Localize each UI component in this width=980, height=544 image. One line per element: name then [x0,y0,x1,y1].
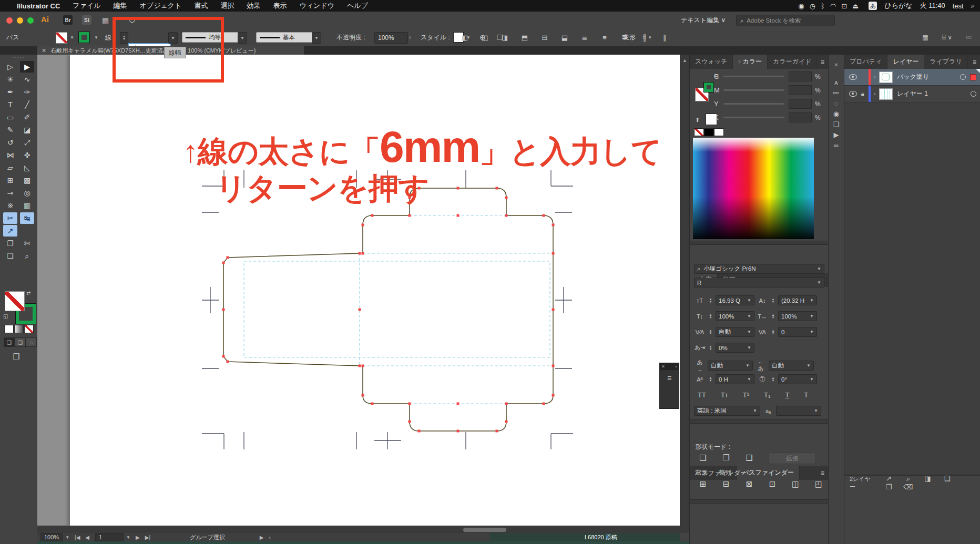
vertical-scale-field[interactable]: 100%▼ [716,311,754,321]
stock-launcher-icon[interactable]: St [82,15,91,25]
layer-row-layer1[interactable]: 🔒︎ › レイヤー 1 [844,86,980,102]
screen-mode-button[interactable]: ❐ [13,352,19,362]
char-rotation-field[interactable]: 0°▼ [778,374,817,384]
gradient-tool[interactable]: ▩ [20,175,34,186]
locate-object-icon[interactable]: ⌕ [901,475,915,483]
plugin-tool-3[interactable]: ↗ [3,225,17,237]
fill-swatch[interactable] [56,32,67,44]
first-artboard-icon[interactable]: |◀ [75,535,80,540]
color-stroke-proxy[interactable] [704,83,713,92]
draw-normal-button[interactable]: ❏ [4,337,15,347]
fill-chevron-icon[interactable]: ▼ [70,32,74,43]
color-mode-button[interactable] [4,325,14,333]
pencil-tool[interactable]: ✎ [3,124,17,136]
zoom-chevron-icon[interactable]: ▼ [65,535,69,540]
brush-definition-dropdown[interactable]: 基本 [256,32,315,43]
collapsed-floating-panel[interactable]: ✕ » ≡ [659,363,679,409]
tab-swatches[interactable]: スウォッチ [690,55,733,69]
menu-type[interactable]: 書式 [194,1,208,11]
ime-label[interactable]: ひらがな [884,1,912,11]
subscript-button[interactable]: T₁ [764,391,770,399]
tab-color[interactable]: ⬨カラー [733,55,768,69]
airplay-icon[interactable]: ⊡ [841,2,847,10]
mesh-tool[interactable]: ⊞ [3,175,17,186]
make-mask-icon[interactable]: ◨ [921,475,935,483]
zoom-level-field[interactable]: 100% [40,533,63,541]
color-panel-menu-icon[interactable]: ≡ [821,58,824,66]
crop-icon[interactable]: ⊡ [767,479,778,489]
opacity-more-icon[interactable]: › [409,32,411,43]
bluetooth-icon[interactable]: ᛒ [821,2,825,10]
target-circle-icon[interactable] [960,74,966,80]
menu-lines-icon[interactable]: ≡ [660,374,679,382]
type-tool[interactable]: T [3,99,17,110]
paintbrush-tool[interactable]: ✐ [20,111,34,123]
trim-icon[interactable]: ⊟ [721,479,731,489]
plugin-tool-1[interactable]: ✂ [3,212,17,224]
expand-chevron-icon[interactable]: › [871,74,879,80]
layer-thumbnail[interactable] [879,71,893,83]
layout-icon[interactable]: ▦ [102,16,109,25]
k-slider[interactable] [723,117,784,118]
puppet-warp-tool[interactable]: ✜ [20,149,34,161]
artboards-panel-icon[interactable]: ❑ [831,119,842,129]
black-swatch[interactable] [704,128,714,136]
stroke-chevron-icon[interactable]: ▼ [94,32,98,43]
selection-indicator[interactable] [970,74,976,80]
visibility-eye-icon[interactable] [849,74,857,80]
intersect-icon[interactable]: ❑ [744,453,754,463]
distribute-top-icon[interactable]: ≣ [580,33,589,42]
new-sublayer-icon[interactable]: ❏ [940,475,954,483]
new-layer-icon[interactable]: ❐ [882,483,896,491]
direct-selection-tool[interactable]: ▶ [20,61,34,73]
layer-thumbnail[interactable] [879,88,893,100]
align-left-icon[interactable]: ◧ [460,33,469,42]
out-of-gamut-icon[interactable]: ⬆ [695,117,700,124]
prev-artboard-icon[interactable]: ◀ [85,535,89,540]
canvas-area[interactable]: ↑線の太さに「6mm」と入力して リターンを押す ✕ » ≡ [37,55,680,526]
last-artboard-icon[interactable]: ▶| [145,535,150,540]
tracking-field[interactable]: 0▼ [778,327,817,337]
font-size-field[interactable]: 16.93 Q▼ [716,295,754,305]
collect-for-export-icon[interactable]: ↗ [882,475,896,483]
gradient-mode-button[interactable] [14,325,24,333]
alternates-field[interactable]: ▼ [776,406,821,416]
white-swatch[interactable] [714,128,724,136]
expand-panels-icon[interactable]: « [831,59,842,69]
layer-name[interactable]: バック塗り [897,73,929,81]
workspace-switcher[interactable]: テキスト編集 ∨ [681,16,726,25]
actions-panel-icon[interactable]: ▶ [831,129,842,140]
tab-close-icon[interactable]: ✕ [42,47,46,54]
m-value-field[interactable] [789,85,812,95]
time-machine-icon[interactable]: ◷ [810,2,815,10]
adobe-stock-search[interactable]: ⌕ Adobe Stock を検索 [736,15,835,26]
all-caps-button[interactable]: TT [698,391,706,399]
y-slider[interactable] [723,103,784,105]
close-button[interactable] [6,17,13,24]
align-vcenter-icon[interactable]: ⊟ [540,33,549,42]
character-styles-panel-icon[interactable]: ᴀ [831,77,842,87]
artboard-tool[interactable]: ❐ [3,238,17,249]
divide-icon[interactable]: ⊞ [698,479,708,489]
zoom-tool[interactable]: ⌕ [20,250,34,262]
pen-tool[interactable]: ✒ [3,86,17,98]
spotlight-icon[interactable]: ⌕ [971,2,975,10]
superscript-button[interactable]: T¹ [743,391,749,399]
align-top-icon[interactable]: ⬒ [520,33,529,42]
c-value-field[interactable] [789,71,812,81]
visibility-eye-icon[interactable] [849,91,857,97]
minus-back-icon[interactable]: ◰ [813,479,824,489]
leading-field[interactable]: (20.32 H▼ [778,295,817,305]
gamut-swatch[interactable] [706,114,717,125]
menu-select[interactable]: 選択 [220,1,234,11]
lasso-tool[interactable]: ∿ [20,74,34,85]
baseline-shift-field[interactable]: 0 H▼ [716,374,754,384]
font-style-field[interactable]: R▼ [694,278,824,288]
unite-icon[interactable]: ❏ [698,453,708,463]
eyedropper-tool[interactable]: ⊸ [3,187,17,199]
menu-help[interactable]: ヘルプ [347,1,368,11]
menu-edit[interactable]: 編集 [114,1,127,11]
c-slider[interactable] [723,76,784,77]
fill-proxy[interactable] [5,291,25,311]
vscroll-up-icon[interactable]: ▲ [682,58,687,63]
